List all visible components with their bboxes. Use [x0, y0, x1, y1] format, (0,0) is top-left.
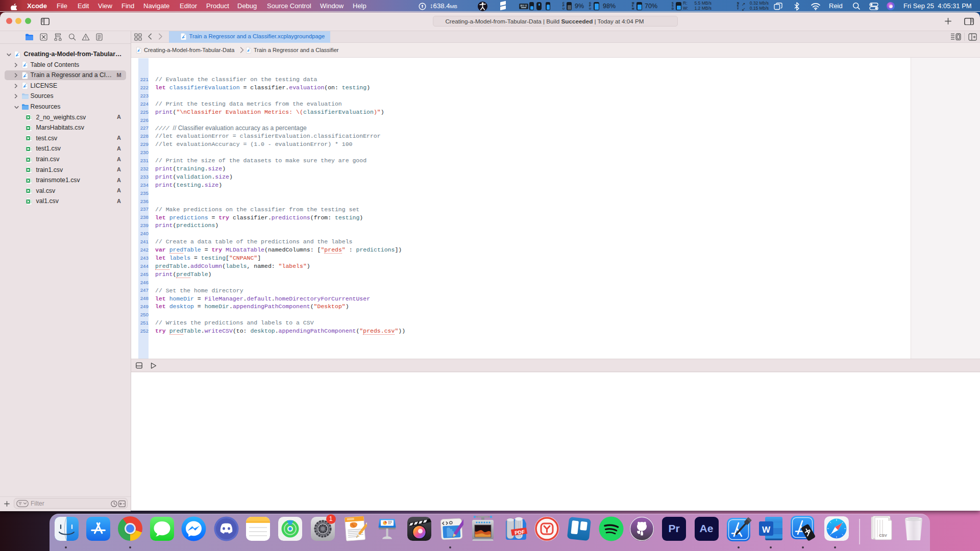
svg-text:W: W: [762, 525, 770, 535]
svg-text:CSV: CSV: [879, 533, 887, 538]
